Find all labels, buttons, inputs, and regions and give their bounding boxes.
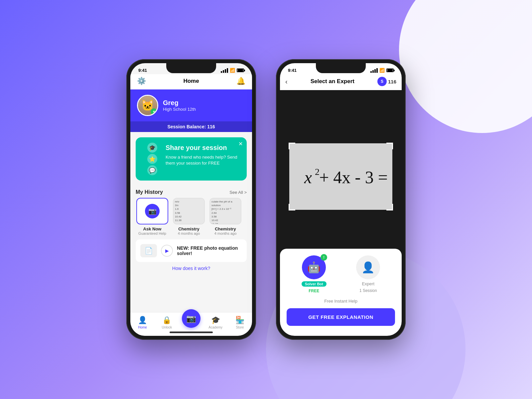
notch [166, 63, 216, 73]
nav-store[interactable]: 🏪 Store [228, 316, 252, 329]
solver-illustration: 📄 [140, 244, 157, 257]
free-instant-label: Free Instant Help [287, 299, 395, 304]
plus-badge: + [151, 108, 157, 115]
camera-icon: 📷 [145, 204, 160, 218]
session-balance: Session Balance: 116 [130, 121, 252, 132]
equation-area: x 2 + 4x - 3 = 0 [280, 90, 402, 263]
new-photo-solver-banner: 📄 ▶ NEW: FREE photo equation solver! [136, 239, 247, 262]
home-icon: 👤 [138, 316, 147, 325]
history-item-ask-now[interactable]: 📷 Ask Now Guaranteed Help [136, 198, 169, 235]
share-session-card: 🎓 ⭐ 💬 Share your session Know a friend w… [136, 137, 247, 181]
signal-icon-2 [370, 68, 378, 73]
new-banner-text: NEW: FREE photo equation solver! [177, 245, 242, 256]
back-button[interactable]: ‹ [285, 78, 288, 85]
play-icon[interactable]: ▶ [161, 245, 173, 257]
expert-panel: 🤖 ! Solver Bot FREE 👤 Expert 1 Session [280, 249, 402, 336]
status-time-home: 9:41 [138, 68, 147, 73]
store-icon: 🏪 [235, 316, 244, 325]
academy-icon: 🎓 [211, 316, 220, 325]
share-card-title: Share your session [166, 144, 240, 152]
svg-text:+ 4x - 3 = 0: + 4x - 3 = 0 [319, 168, 387, 187]
phone-home-screen: 9:41 📶 ⚙️ H [130, 63, 252, 336]
bg-shape-white [399, 0, 532, 133]
status-time-expert: 9:41 [288, 68, 297, 73]
share-illustration: 🎓 ⭐ 💬 [139, 137, 166, 181]
svg-text:x: x [304, 168, 312, 187]
battery-icon [237, 68, 244, 72]
battery-icon-2 [386, 68, 394, 72]
bell-icon[interactable]: 🔔 [236, 77, 245, 85]
expert-label: Expert [362, 281, 374, 286]
settings-icon[interactable]: ⚙️ [137, 77, 146, 85]
home-header: ⚙️ Home 🔔 [130, 74, 252, 89]
section-header-history: My History See All > [130, 186, 252, 198]
nav-unlock[interactable]: 🔒 Unlock [155, 316, 179, 329]
home-title: Home [183, 78, 199, 84]
solver-bot-option[interactable]: 🤖 ! Solver Bot FREE [302, 255, 327, 293]
svg-text:2: 2 [315, 167, 320, 177]
see-all-button[interactable]: See All > [229, 190, 247, 195]
solver-bot-avatar: 🤖 ! [302, 255, 326, 279]
history-items-list: 📷 Ask Now Guaranteed Help m/v3/v1.63.581… [130, 198, 252, 235]
share-card-text: Know a friend who needs help? Send them … [166, 154, 240, 166]
coins-circle: S [377, 77, 387, 86]
how-does-it-work-button[interactable]: How does it work? [136, 265, 247, 271]
wifi-icon-2: 📶 [379, 68, 385, 73]
status-icons-home: 📶 [221, 68, 244, 73]
expert-avatar: 👤 [356, 255, 380, 279]
nav-academy[interactable]: 🎓 Academy [203, 316, 228, 329]
expert-screen-title: Select an Expert [311, 78, 354, 85]
expert-header: ‹ Select an Expert S 116 [280, 74, 402, 90]
notch-2 [316, 63, 366, 73]
solver-bot-label: Solver Bot [302, 281, 327, 287]
user-grade: High School 12th [163, 107, 196, 112]
avatar: 🐱 + [137, 95, 158, 116]
notification-badge: ! [321, 254, 327, 261]
close-icon[interactable]: ✕ [238, 141, 243, 147]
lock-icon: 🔒 [162, 316, 171, 325]
home-indicator [170, 332, 213, 333]
status-icons-expert: 📶 [370, 68, 394, 73]
solver-free-label: FREE [309, 289, 319, 293]
nav-camera[interactable]: 📷 [179, 316, 203, 329]
phone-home: 9:41 📶 ⚙️ H [126, 59, 256, 340]
phones-container: 9:41 📶 ⚙️ H [126, 59, 406, 340]
phone-expert: 9:41 📶 ‹ Se [276, 59, 406, 340]
history-item-chemistry-2[interactable]: culate the pH of a solution[H+] = 2.3 x … [209, 198, 242, 235]
home-indicator-2 [319, 332, 362, 333]
expert-cost-label: 1 Session [359, 288, 377, 293]
wifi-icon: 📶 [230, 68, 235, 73]
coins-badge: S 116 [377, 77, 396, 86]
equation-svg: x 2 + 4x - 3 = 0 [294, 153, 387, 200]
phone-expert-screen: 9:41 📶 ‹ Se [280, 63, 402, 336]
expert-options: 🤖 ! Solver Bot FREE 👤 Expert 1 Session [287, 255, 395, 293]
equation-card: x 2 + 4x - 3 = 0 [289, 143, 392, 210]
human-expert-option[interactable]: 👤 Expert 1 Session [356, 255, 380, 293]
history-item-chemistry-1[interactable]: m/v3/v1.63.5810.4211.36 Chemistry 4 mont… [172, 198, 205, 235]
nav-home[interactable]: 👤 Home [130, 316, 155, 329]
user-info: Greg High School 12th [163, 99, 196, 112]
my-history-label: My History [136, 189, 163, 195]
get-free-explanation-button[interactable]: GET FREE EXPLANATION [287, 308, 395, 326]
coins-count: 116 [388, 79, 396, 84]
user-banner: 🐱 + Greg High School 12th [130, 89, 252, 121]
signal-icon [221, 68, 228, 73]
user-name: Greg [163, 99, 196, 107]
camera-button[interactable]: 📷 [182, 309, 200, 328]
